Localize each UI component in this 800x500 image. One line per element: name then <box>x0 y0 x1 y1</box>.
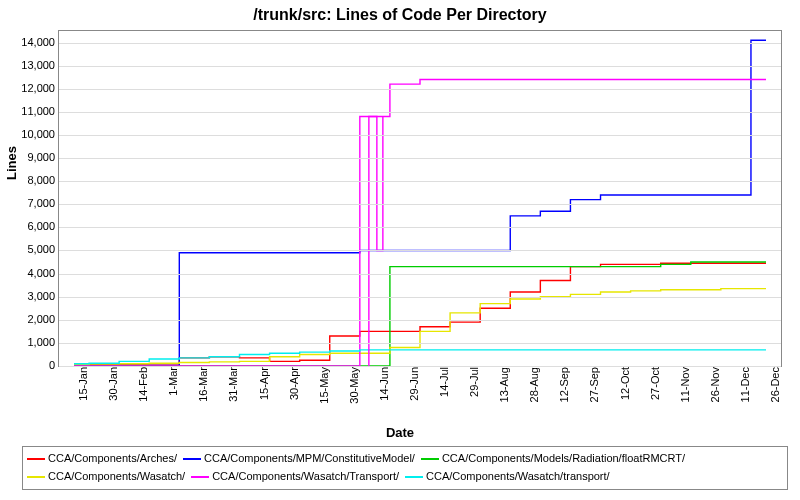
y-tick-label: 9,000 <box>5 151 55 163</box>
y-tick-label: 2,000 <box>5 313 55 325</box>
y-tick-label: 5,000 <box>5 243 55 255</box>
legend-label: CCA/Components/Wasatch/Transport/ <box>212 470 399 482</box>
gridline-h <box>59 43 781 44</box>
y-tick-label: 0 <box>5 359 55 371</box>
gridline-h <box>59 89 781 90</box>
legend-label: CCA/Components/Arches/ <box>48 452 177 464</box>
chart-title: /trunk/src: Lines of Code Per Directory <box>0 0 800 24</box>
legend-label: CCA/Components/MPM/ConstitutiveModel/ <box>204 452 415 464</box>
y-tick-label: 1,000 <box>5 336 55 348</box>
x-tick-label: 26-Nov <box>709 367 721 417</box>
y-tick-label: 13,000 <box>5 59 55 71</box>
legend-swatch <box>405 476 423 478</box>
legend-item: CCA/Components/Wasatch/Transport/ <box>191 468 399 486</box>
gridline-h <box>59 158 781 159</box>
gridline-h <box>59 135 781 136</box>
gridline-h <box>59 181 781 182</box>
x-tick-label: 11-Nov <box>679 367 691 417</box>
x-tick-label: 15-May <box>318 367 330 417</box>
y-tick-label: 14,000 <box>5 36 55 48</box>
x-tick-label: 14-Feb <box>137 367 149 417</box>
chart-container: /trunk/src: Lines of Code Per Directory … <box>0 0 800 500</box>
x-tick-label: 13-Aug <box>498 367 510 417</box>
series-spike <box>369 116 383 366</box>
legend-label: CCA/Components/Wasatch/transport/ <box>426 470 610 482</box>
x-tick-label: 30-Apr <box>288 367 300 417</box>
plot-area <box>58 30 782 367</box>
legend-swatch <box>183 458 201 460</box>
legend: CCA/Components/Arches/CCA/Components/MPM… <box>22 446 788 490</box>
legend-swatch <box>191 476 209 478</box>
y-tick-label: 3,000 <box>5 290 55 302</box>
legend-label: CCA/Components/Wasatch/ <box>48 470 185 482</box>
x-tick-label: 30-Jan <box>107 367 119 417</box>
y-tick-label: 10,000 <box>5 128 55 140</box>
x-axis-label: Date <box>0 425 800 440</box>
legend-item: CCA/Components/Wasatch/transport/ <box>405 468 610 486</box>
gridline-h <box>59 320 781 321</box>
y-tick-label: 7,000 <box>5 197 55 209</box>
x-tick-label: 12-Sep <box>558 367 570 417</box>
x-tick-label: 12-Oct <box>619 367 631 417</box>
series-line <box>74 350 766 364</box>
gridline-h <box>59 274 781 275</box>
legend-label: CCA/Components/Models/Radiation/floatRMC… <box>442 452 685 464</box>
x-tick-label: 26-Dec <box>769 367 781 417</box>
legend-swatch <box>27 476 45 478</box>
x-tick-label: 1-Mar <box>167 367 179 417</box>
legend-item: CCA/Components/Wasatch/ <box>27 468 185 486</box>
x-tick-label: 11-Dec <box>739 367 751 417</box>
series-line <box>74 80 766 366</box>
y-tick-label: 12,000 <box>5 82 55 94</box>
x-tick-label: 31-Mar <box>227 367 239 417</box>
x-tick-label: 29-Jun <box>408 367 420 417</box>
legend-item: CCA/Components/MPM/ConstitutiveModel/ <box>183 450 415 468</box>
gridline-h <box>59 250 781 251</box>
x-tick-label: 27-Oct <box>649 367 661 417</box>
gridline-h <box>59 66 781 67</box>
gridline-h <box>59 297 781 298</box>
y-tick-label: 8,000 <box>5 174 55 186</box>
legend-swatch <box>421 458 439 460</box>
gridline-h <box>59 227 781 228</box>
x-tick-label: 15-Apr <box>258 367 270 417</box>
legend-item: CCA/Components/Arches/ <box>27 450 177 468</box>
x-tick-label: 29-Jul <box>468 367 480 417</box>
y-tick-label: 11,000 <box>5 105 55 117</box>
x-tick-label: 27-Sep <box>588 367 600 417</box>
chart-lines <box>59 31 781 366</box>
x-tick-label: 14-Jun <box>378 367 390 417</box>
x-tick-label: 30-May <box>348 367 360 417</box>
y-tick-label: 4,000 <box>5 267 55 279</box>
legend-item: CCA/Components/Models/Radiation/floatRMC… <box>421 450 685 468</box>
x-tick-label: 28-Aug <box>528 367 540 417</box>
legend-swatch <box>27 458 45 460</box>
gridline-h <box>59 343 781 344</box>
gridline-h <box>59 112 781 113</box>
x-tick-label: 16-Mar <box>197 367 209 417</box>
x-tick-label: 14-Jul <box>438 367 450 417</box>
y-tick-label: 6,000 <box>5 220 55 232</box>
x-tick-label: 15-Jan <box>77 367 89 417</box>
gridline-h <box>59 204 781 205</box>
